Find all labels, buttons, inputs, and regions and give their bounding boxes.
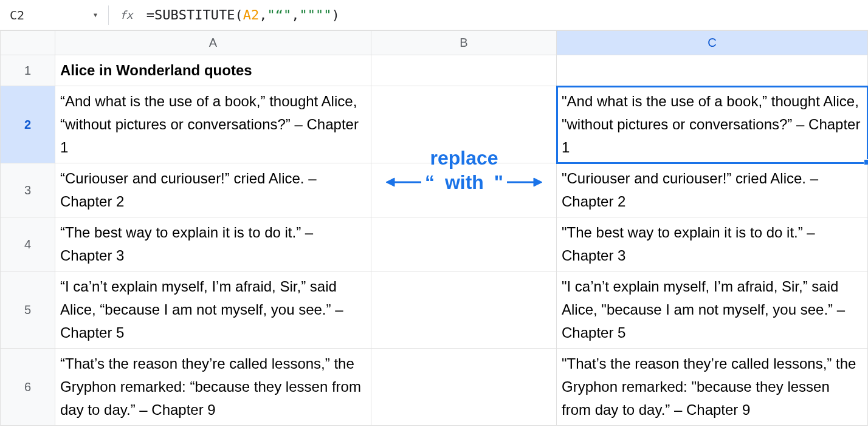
name-box[interactable]: C2 ▼ [6,8,97,22]
select-all-corner[interactable] [1,31,55,55]
table-row: 4 “The best way to explain it is to do i… [1,217,868,271]
cell-b4[interactable] [371,217,557,271]
cell-a6[interactable]: “That’s the reason they’re called lesson… [55,349,371,426]
cell-b5[interactable] [371,271,557,349]
row-header-4[interactable]: 4 [1,217,55,271]
cell-a3[interactable]: “Curiouser and curiouser!” cried Alice. … [55,163,371,217]
table-row: 2 “And what is the use of a book,” thoug… [1,86,868,163]
name-box-value: C2 [10,8,24,22]
row-header-5[interactable]: 5 [1,271,55,349]
table-row: 3 “Curiouser and curiouser!” cried Alice… [1,163,868,217]
col-header-a[interactable]: A [55,31,371,55]
name-box-dropdown-icon[interactable]: ▼ [94,12,97,18]
formula-input[interactable]: =SUBSTITUTE(A2,"“","""") [146,7,862,22]
table-row: 5 “I ca’n’t explain myself, I’m afraid, … [1,271,868,349]
cell-c3[interactable]: "Curiouser and curiouser!” cried Alice. … [557,163,868,217]
cell-a1[interactable]: Alice in Wonderland quotes [55,55,371,86]
sheet-table: A B C 1 Alice in Wonderland quotes 2 “An… [0,30,868,426]
cell-b6[interactable] [371,349,557,426]
cell-b1[interactable] [371,55,557,86]
cell-c2[interactable]: "And what is the use of a book,” thought… [557,86,868,163]
row-header-1[interactable]: 1 [1,55,55,86]
cell-c4[interactable]: "The best way to explain it is to do it.… [557,217,868,271]
row-header-6[interactable]: 6 [1,349,55,426]
table-row: 6 “That’s the reason they’re called less… [1,349,868,426]
col-header-b[interactable]: B [371,31,557,55]
table-row: 1 Alice in Wonderland quotes [1,55,868,86]
spreadsheet-grid: A B C 1 Alice in Wonderland quotes 2 “An… [0,30,868,426]
cell-c5[interactable]: "I ca’n’t explain myself, I’m afraid, Si… [557,271,868,349]
cell-c1[interactable] [557,55,868,86]
formula-bar: C2 ▼ fx =SUBSTITUTE(A2,"“","""") [0,0,868,30]
fx-icon: fx [120,9,133,21]
cell-c6[interactable]: "That’s the reason they’re called lesson… [557,349,868,426]
row-header-2[interactable]: 2 [1,86,55,163]
col-header-c[interactable]: C [557,31,868,55]
cell-a4[interactable]: “The best way to explain it is to do it.… [55,217,371,271]
row-header-3[interactable]: 3 [1,163,55,217]
cell-a5[interactable]: “I ca’n’t explain myself, I’m afraid, Si… [55,271,371,349]
cell-a2[interactable]: “And what is the use of a book,” thought… [55,86,371,163]
separator [108,5,109,25]
cell-b2[interactable] [371,86,557,163]
cell-b3[interactable] [371,163,557,217]
